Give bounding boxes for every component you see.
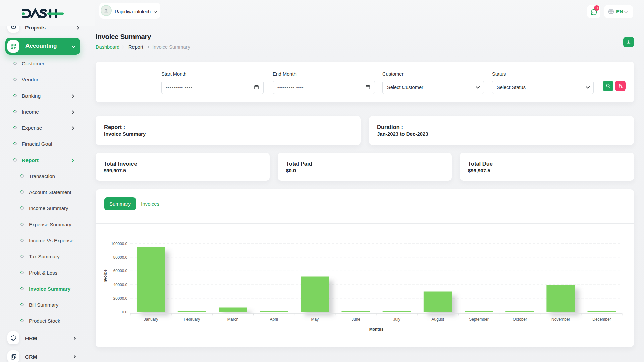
svg-text:Invoice: Invoice [103, 269, 108, 284]
svg-text:October: October [513, 317, 527, 322]
svg-text:December: December [592, 317, 611, 322]
svg-text:100000.0: 100000.0 [111, 241, 127, 246]
svg-text:April: April [270, 317, 278, 322]
svg-text:80000.0: 80000.0 [113, 255, 128, 259]
svg-text:February: February [184, 317, 200, 322]
svg-text:Months: Months [369, 327, 384, 332]
svg-text:August: August [432, 317, 444, 322]
svg-text:July: July [393, 317, 400, 322]
svg-text:40000.0: 40000.0 [113, 282, 128, 287]
svg-text:June: June [352, 317, 360, 322]
svg-text:20000.0: 20000.0 [113, 296, 128, 300]
svg-text:0.0: 0.0 [122, 310, 128, 314]
svg-text:60000.0: 60000.0 [113, 268, 128, 273]
svg-text:November: November [551, 317, 570, 322]
svg-text:January: January [144, 317, 158, 322]
svg-text:March: March [227, 317, 238, 322]
svg-text:May: May [311, 317, 319, 322]
svg-text:September: September [469, 317, 489, 322]
